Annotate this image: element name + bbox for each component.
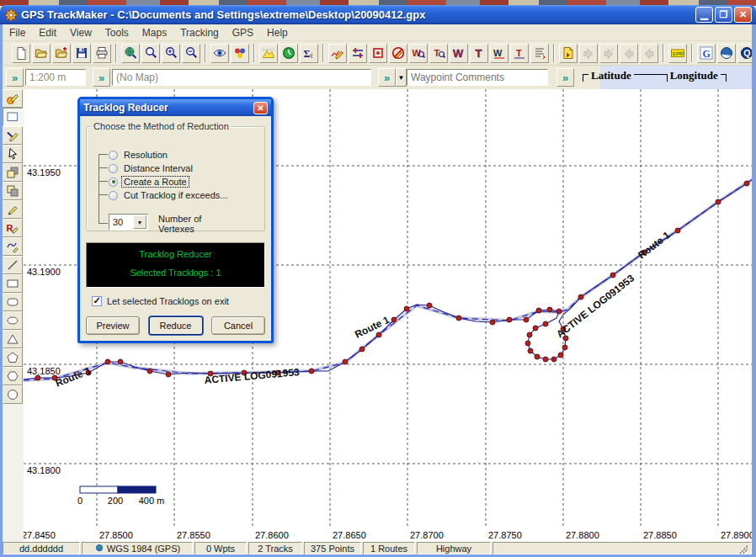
preview-button[interactable]: Preview bbox=[86, 316, 140, 335]
track-vertex[interactable] bbox=[427, 303, 432, 308]
method-option-row[interactable]: Resolution bbox=[109, 148, 230, 162]
text-list-button[interactable] bbox=[530, 44, 549, 63]
track-vertex[interactable] bbox=[524, 317, 529, 322]
waypoint-zoom-comment-button[interactable]: T bbox=[429, 44, 448, 63]
track-vertex[interactable] bbox=[528, 348, 533, 353]
print-button[interactable] bbox=[93, 44, 111, 63]
resize-grip[interactable] bbox=[739, 545, 748, 554]
close-button[interactable]: ✕ bbox=[734, 7, 752, 23]
bring-to-front-tool[interactable] bbox=[3, 163, 23, 182]
track-vertex[interactable] bbox=[535, 354, 540, 359]
pencil-off-button[interactable] bbox=[389, 44, 407, 63]
track-vertex[interactable] bbox=[547, 307, 552, 312]
track-vertex[interactable] bbox=[525, 341, 530, 346]
selection-tool[interactable] bbox=[3, 108, 23, 126]
method-option-row[interactable]: Distance Interval bbox=[109, 162, 230, 175]
track-vertex[interactable] bbox=[343, 359, 348, 364]
chevron-down-icon[interactable]: ▼ bbox=[133, 215, 146, 229]
vertex-count-select[interactable]: 30 ▼ bbox=[109, 214, 148, 231]
new-file-button[interactable] bbox=[12, 44, 30, 63]
open-merge-file-button[interactable] bbox=[52, 44, 71, 63]
zoom-out-button[interactable] bbox=[182, 44, 200, 63]
track-vertex[interactable] bbox=[490, 320, 495, 325]
color-options-button[interactable] bbox=[231, 44, 249, 63]
track-vertex[interactable] bbox=[744, 181, 749, 186]
menu-edit[interactable]: Edit bbox=[32, 25, 63, 40]
elevation-profile-button[interactable] bbox=[259, 44, 278, 63]
gprs-button[interactable]: GPRS bbox=[668, 44, 687, 63]
zoom-tool-button[interactable] bbox=[141, 44, 160, 63]
radio-create-a-route[interactable] bbox=[109, 178, 118, 187]
track-vertex[interactable] bbox=[675, 228, 680, 233]
menu-view[interactable]: View bbox=[63, 25, 98, 40]
track-vertex[interactable] bbox=[456, 316, 461, 321]
track-vertex[interactable] bbox=[166, 372, 171, 377]
exit-checkbox[interactable] bbox=[92, 296, 102, 306]
menu-maps[interactable]: Maps bbox=[136, 25, 173, 40]
track-vertex[interactable] bbox=[147, 369, 152, 374]
scale-expand-button[interactable] bbox=[6, 68, 24, 87]
track-edit-button[interactable] bbox=[328, 44, 347, 63]
track-vertex[interactable] bbox=[578, 294, 583, 300]
track-vertex[interactable] bbox=[527, 332, 532, 337]
comment-expand-button[interactable] bbox=[378, 68, 396, 87]
menu-file[interactable]: File bbox=[3, 25, 32, 40]
rounded-rect-tool[interactable] bbox=[3, 293, 23, 311]
track-vertex[interactable] bbox=[404, 306, 409, 311]
track-vertex[interactable] bbox=[105, 359, 110, 364]
view-options-button[interactable] bbox=[210, 44, 229, 63]
minimize-button[interactable]: ▁ bbox=[695, 7, 713, 23]
triangle-tool[interactable] bbox=[3, 330, 23, 348]
radio-distance-interval[interactable] bbox=[109, 164, 118, 173]
scale-input[interactable] bbox=[25, 69, 86, 86]
track-capture-button[interactable] bbox=[369, 44, 387, 63]
track-vertex[interactable] bbox=[543, 321, 548, 326]
exit-option-row[interactable]: Let selected Tracklogs on exit bbox=[92, 296, 229, 306]
maximize-button[interactable]: ❐ bbox=[715, 7, 732, 23]
map-name-input[interactable] bbox=[112, 69, 371, 86]
map-expand-button[interactable] bbox=[93, 68, 110, 87]
track-vertex[interactable] bbox=[391, 317, 397, 322]
cut-tool[interactable] bbox=[3, 126, 23, 145]
track-vertex[interactable] bbox=[556, 309, 562, 314]
hexagon-tool[interactable] bbox=[3, 367, 23, 385]
comment-dropdown-button[interactable]: ▼ bbox=[396, 68, 407, 87]
send-file-button[interactable] bbox=[559, 44, 578, 63]
cancel-button[interactable]: Cancel bbox=[211, 316, 265, 335]
circle-tool[interactable] bbox=[3, 385, 23, 404]
waypoint-show-comments-button[interactable]: T bbox=[470, 44, 488, 63]
route-pencil-tool[interactable] bbox=[3, 89, 23, 108]
pentagon-tool[interactable] bbox=[3, 348, 23, 367]
track-adjust-button[interactable] bbox=[349, 44, 367, 63]
track-vertex[interactable] bbox=[610, 273, 615, 278]
save-file-button[interactable] bbox=[72, 44, 91, 63]
track-calculations-button[interactable]: Σℓ bbox=[300, 44, 318, 63]
text-edit-tool[interactable]: R bbox=[3, 219, 23, 237]
waypoint-zoom-name-button[interactable]: W bbox=[409, 44, 428, 63]
track-vertex[interactable] bbox=[35, 375, 40, 380]
dialog-title-bar[interactable]: Tracklog Reducer ✕ bbox=[80, 99, 271, 116]
send-to-back-tool[interactable] bbox=[3, 182, 23, 200]
google-earth-button[interactable] bbox=[717, 44, 736, 63]
track-vertex[interactable] bbox=[376, 332, 381, 337]
reduce-button[interactable]: Reduce bbox=[149, 316, 203, 335]
waypoint-comment-input[interactable] bbox=[407, 69, 548, 86]
track-vertex[interactable] bbox=[507, 317, 512, 322]
realtime-navigation-button[interactable] bbox=[280, 44, 298, 63]
track-vertex[interactable] bbox=[533, 326, 538, 331]
pointer-tool[interactable] bbox=[3, 145, 23, 163]
pencil-tool[interactable] bbox=[3, 200, 23, 219]
radio-resolution[interactable] bbox=[109, 151, 118, 160]
menu-gps[interactable]: GPS bbox=[226, 25, 260, 40]
track-vertex[interactable] bbox=[551, 357, 556, 362]
menu-tracking[interactable]: Tracking bbox=[173, 25, 226, 40]
menu-tools[interactable]: Tools bbox=[98, 25, 136, 40]
google-maps-button[interactable]: G bbox=[697, 44, 716, 63]
track-vertex[interactable] bbox=[543, 357, 548, 362]
method-option-row[interactable]: Cut Tracklog if exceeds... bbox=[109, 188, 230, 202]
track-vertex[interactable] bbox=[716, 199, 721, 204]
track-vertex[interactable] bbox=[309, 369, 314, 374]
waypoint-name-font-button[interactable]: W bbox=[490, 44, 508, 63]
track-vertex[interactable] bbox=[359, 347, 365, 352]
track-vertex[interactable] bbox=[118, 359, 123, 364]
